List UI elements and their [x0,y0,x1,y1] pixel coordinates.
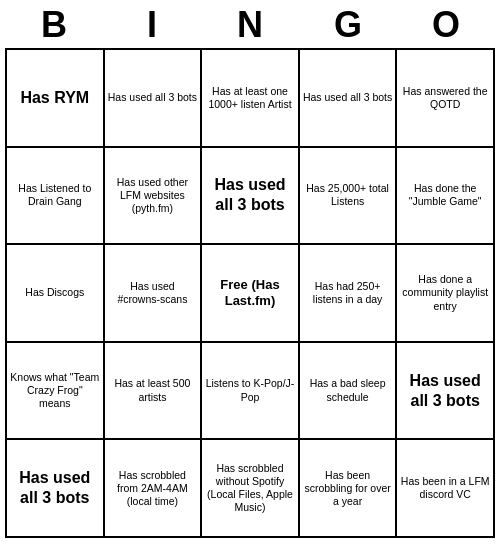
header-letter-g: G [304,4,392,46]
bingo-cell-11[interactable]: Has used #crowns-scans [105,245,203,343]
header-letter-o: O [402,4,490,46]
bingo-cell-19[interactable]: Has used all 3 bots [397,343,495,441]
bingo-cell-22[interactable]: Has scrobbled without Spotify (Local Fil… [202,440,300,538]
bingo-header: BINGO [5,4,495,46]
bingo-cell-14[interactable]: Has done a community playlist entry [397,245,495,343]
bingo-cell-5[interactable]: Has Listened to Drain Gang [7,148,105,246]
bingo-cell-8[interactable]: Has 25,000+ total Listens [300,148,398,246]
bingo-cell-20[interactable]: Has used all 3 bots [7,440,105,538]
bingo-grid: Has RYMHas used all 3 botsHas at least o… [5,48,495,538]
bingo-cell-6[interactable]: Has used other LFM websites (pyth.fm) [105,148,203,246]
bingo-cell-9[interactable]: Has done the "Jumble Game" [397,148,495,246]
bingo-cell-7[interactable]: Has used all 3 bots [202,148,300,246]
header-letter-i: I [108,4,196,46]
bingo-cell-12[interactable]: Free (Has Last.fm) [202,245,300,343]
bingo-cell-23[interactable]: Has been scrobbling for over a year [300,440,398,538]
bingo-container: BINGO Has RYMHas used all 3 botsHas at l… [5,4,495,538]
bingo-cell-4[interactable]: Has answered the QOTD [397,50,495,148]
bingo-cell-16[interactable]: Has at least 500 artists [105,343,203,441]
bingo-cell-10[interactable]: Has Discogs [7,245,105,343]
bingo-cell-3[interactable]: Has used all 3 bots [300,50,398,148]
bingo-cell-17[interactable]: Listens to K-Pop/J-Pop [202,343,300,441]
bingo-cell-0[interactable]: Has RYM [7,50,105,148]
bingo-cell-18[interactable]: Has a bad sleep schedule [300,343,398,441]
bingo-cell-15[interactable]: Knows what "Team Crazy Frog" means [7,343,105,441]
bingo-cell-21[interactable]: Has scrobbled from 2AM-4AM (local time) [105,440,203,538]
header-letter-n: N [206,4,294,46]
bingo-cell-13[interactable]: Has had 250+ listens in a day [300,245,398,343]
header-letter-b: B [10,4,98,46]
bingo-cell-1[interactable]: Has used all 3 bots [105,50,203,148]
bingo-cell-2[interactable]: Has at least one 1000+ listen Artist [202,50,300,148]
bingo-cell-24[interactable]: Has been in a LFM discord VC [397,440,495,538]
